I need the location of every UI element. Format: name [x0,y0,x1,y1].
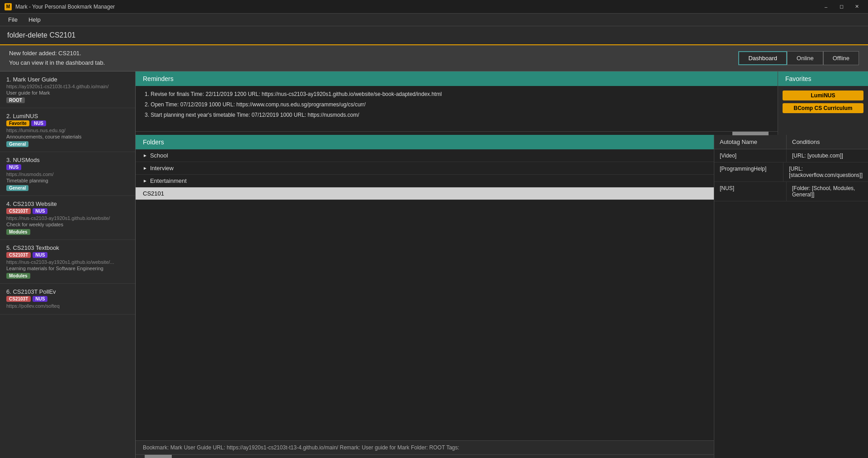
favorites-header: Favorites [778,72,868,86]
autotag-condition-2: [Folder: [School, Modules, General]] [787,182,868,201]
folder-school[interactable]: ► School [136,149,714,162]
folder-label-interview: Interview [150,165,174,172]
bookmark-title-5: 5. CS2103 Textbook [6,244,129,251]
tag-cs2103t-6: CS2103T [6,296,31,302]
bookmark-title-1: 1. Mark User Guide [6,76,129,83]
bookmark-folder-3: General [6,185,129,191]
tag-nus-6: NUS [33,296,47,302]
favorite-luminus[interactable]: LumiNUS [783,91,863,100]
folder-entertainment[interactable]: ► Entertainment [136,175,714,187]
title-bar-left: M Mark - Your Personal Bookmark Manager [5,3,115,10]
autotag-conditions-header: Conditions [787,135,868,149]
bookmark-url-1: https://ay1920s1-cs2103t-t13-4.github.io… [6,84,129,89]
folder-arrow-school: ► [143,153,147,158]
folder-arrow-interview: ► [143,166,147,171]
folders-header: Folders [136,135,714,149]
bookmark-url-6: https://pollev.com/softeq [6,303,129,309]
bottom-section: Folders ► School ► Interview ► Entertain… [136,135,868,458]
bookmark-title-3: 3. NUSMods [6,157,129,163]
reminder-3: 3. Start planning next year's timetable … [145,111,769,119]
folders-hscroll [136,454,714,458]
folders-scrollbar[interactable] [145,455,172,458]
autotag-name-2: [NUS] [714,182,787,201]
reminders-body: 1. Revise for finals Time: 22/11/2019 12… [136,86,778,131]
autotag-name-header: Autotag Name [714,135,787,149]
reminder-1: 1. Revise for finals Time: 22/11/2019 12… [145,91,769,98]
reminders-section: Reminders 1. Revise for finals Time: 22/… [136,72,778,135]
tag-general-3: General [6,185,28,191]
folders-panel: Folders ► School ► Interview ► Entertain… [136,135,714,458]
tag-root: ROOT [6,97,25,103]
tab-offline[interactable]: Offline [823,51,859,65]
tag-general-2: General [6,141,28,147]
title-text: Mark - Your Personal Bookmark Manager [15,4,115,10]
folder-cs2101[interactable]: CS2101 [136,187,714,200]
app-icon: M [5,3,12,10]
bookmark-folder-2: General [6,141,129,147]
notification-text: New folder added: CS2101. You can view i… [9,49,105,68]
bookmark-tags-1: ROOT [6,97,129,103]
bookmark-item-5[interactable]: 5. CS2103 Textbook CS2103T NUS https://n… [0,240,135,284]
autotag-header: Autotag Name Conditions [714,135,868,149]
bookmark-folder-5: Modules [6,273,129,279]
bookmark-desc-2: Announcements, course materials [6,134,129,139]
autotag-panel: Autotag Name Conditions [Video] [URL: [y… [714,135,868,458]
autotag-name-1: [ProgrammingHelp] [714,162,783,181]
folder-label-cs2101: CS2101 [143,190,164,197]
autotag-row-1: [ProgrammingHelp] [URL: [stackoverflow.c… [714,162,868,182]
favorites-panel: Favorites LumiNUS BComp CS Curriculum [778,72,868,135]
bookmark-desc-5: Learning materials for Software Engineer… [6,266,129,271]
right-top: Reminders 1. Revise for finals Time: 22/… [136,72,868,135]
reminders-scrollbar[interactable] [732,132,769,135]
bookmark-tags-6a: CS2103T NUS [6,296,129,302]
bookmark-item-1[interactable]: 1. Mark User Guide https://ay1920s1-cs21… [0,72,135,108]
autotag-condition-1: [URL: [stackoverflow.com/questions]] [783,162,868,181]
reminders-scroll-area [136,131,778,135]
folder-arrow-entertainment: ► [143,178,147,183]
autotag-name-0: [Video] [714,149,787,162]
tag-nus-3: NUS [6,164,21,170]
folder-interview[interactable]: ► Interview [136,162,714,175]
bookmark-desc-3: Timetable planning [6,178,129,183]
tab-online[interactable]: Online [787,51,823,65]
reminder-2: 2. Open Time: 07/12/2019 1000 URL: https… [145,101,769,109]
bookmark-url-5: https://nus-cs2103-ay1920s1.github.io/we… [6,259,129,265]
bookmark-tags-4a: CS2103T NUS [6,208,129,214]
reminders-header: Reminders [136,72,778,86]
menu-help[interactable]: Help [24,14,45,25]
folders-body: ► School ► Interview ► Entertainment CS2… [136,149,714,440]
menu-file[interactable]: File [4,14,22,25]
bookmark-item-6[interactable]: 6. CS2103T PollEv CS2103T NUS https://po… [0,284,135,315]
window-controls[interactable]: – ◻ ✕ [819,2,863,11]
autotag-row-2: [NUS] [Folder: [School, Modules, General… [714,182,868,201]
bookmark-folder-4: Modules [6,229,129,235]
main-layout: 1. Mark User Guide https://ay1920s1-cs21… [0,72,868,458]
command-bar: folder-delete CS2101 [0,26,868,45]
tag-nus-2: NUS [31,120,46,126]
content-area: Reminders 1. Revise for finals Time: 22/… [136,72,868,458]
bookmark-url-3: https://nusmods.com/ [6,172,129,177]
menu-bar: File Help [0,14,868,26]
notification-bar: New folder added: CS2101. You can view i… [0,45,868,72]
restore-button[interactable]: ◻ [835,2,848,11]
bookmark-title-4: 4. CS2103 Website [6,200,129,207]
sidebar: 1. Mark User Guide https://ay1920s1-cs21… [0,72,136,458]
tag-nus-5: NUS [33,252,47,258]
minimize-button[interactable]: – [819,2,833,11]
bookmark-item-3[interactable]: 3. NUSMods NUS https://nusmods.com/ Time… [0,152,135,196]
tab-dashboard[interactable]: Dashboard [738,51,787,65]
bookmark-url-4: https://nus-cs2103-ay1920s1.github.io/we… [6,215,129,221]
tab-buttons[interactable]: Dashboard Online Offline [738,51,859,65]
bookmark-tags-5a: CS2103T NUS [6,252,129,258]
bookmark-item-2[interactable]: 2. LumiNUS Favorite NUS https://luminus.… [0,108,135,152]
title-bar: M Mark - Your Personal Bookmark Manager … [0,0,868,14]
bookmark-item-4[interactable]: 4. CS2103 Website CS2103T NUS https://nu… [0,196,135,240]
tag-modules-5: Modules [6,273,30,279]
close-button[interactable]: ✕ [850,2,863,11]
tag-modules-4: Modules [6,229,30,235]
favorite-bcomp[interactable]: BComp CS Curriculum [783,103,863,113]
tag-nus-4: NUS [33,208,47,214]
folder-label-entertainment: Entertainment [150,177,187,184]
bookmark-title-6: 6. CS2103T PollEv [6,288,129,295]
bookmark-desc-4: Check for weekly updates [6,222,129,227]
